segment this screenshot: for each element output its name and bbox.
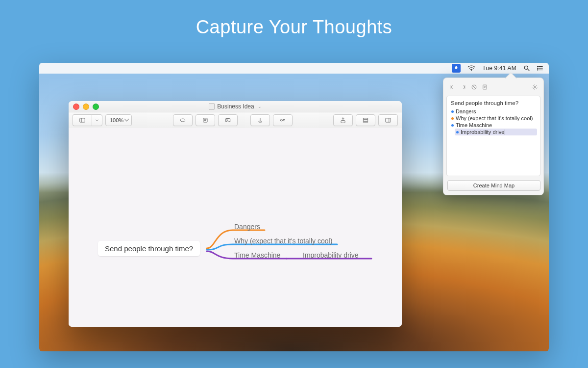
link-button[interactable]: [273, 114, 293, 126]
mindmap-canvas[interactable]: Send people through time? Dangers Why (e…: [69, 128, 402, 327]
sidebar-dropdown-button[interactable]: [92, 114, 102, 126]
svg-point-1: [524, 66, 528, 69]
svg-point-0: [471, 70, 472, 71]
add-image-button[interactable]: [218, 114, 238, 126]
app-window: Business Idea ⌄ 100%: [69, 101, 402, 327]
close-button[interactable]: [73, 104, 79, 110]
gear-icon[interactable]: [530, 82, 539, 92]
mindmap-node-time-machine[interactable]: Time Maschine: [234, 251, 280, 259]
svg-point-16: [226, 120, 227, 121]
add-node-button[interactable]: [173, 114, 193, 126]
svg-line-2: [528, 69, 530, 71]
menubar-clock[interactable]: Tue 9:41 AM: [482, 65, 516, 72]
svg-rect-25: [386, 118, 391, 122]
window-traffic-lights: [73, 104, 99, 110]
svg-rect-22: [363, 118, 368, 119]
svg-line-31: [472, 85, 475, 88]
spotlight-search-icon[interactable]: [523, 65, 530, 72]
svg-rect-9: [80, 118, 85, 122]
clear-icon[interactable]: [469, 82, 479, 92]
svg-rect-32: [483, 85, 487, 89]
mindmap-node-why[interactable]: Why (expect that it's totally cool): [234, 237, 332, 245]
outline-root[interactable]: Send people through time?: [450, 99, 537, 108]
outline-item[interactable]: Why (expect that it's totally cool): [450, 115, 537, 122]
quick-entry-popover: Send people through time? Dangers Why (e…: [443, 78, 544, 195]
svg-rect-24: [363, 122, 368, 122]
svg-point-35: [534, 86, 535, 87]
zoom-select[interactable]: 100%: [105, 114, 132, 126]
notification-center-icon[interactable]: [537, 65, 544, 72]
sidebar-toggle-button[interactable]: [73, 114, 92, 126]
app-toolbar: 100%: [69, 112, 402, 129]
mindmap-node-dangers[interactable]: Dangers: [234, 223, 260, 231]
create-mind-map-button[interactable]: Create Mind Map: [447, 180, 540, 191]
share-button[interactable]: [333, 114, 353, 126]
inspector-toggle-button[interactable]: [378, 114, 398, 126]
macos-menubar: Tue 9:41 AM: [39, 63, 549, 74]
svg-point-11: [180, 119, 185, 122]
mindmap-root-node[interactable]: Send people through time?: [98, 241, 200, 256]
add-note-button[interactable]: [196, 114, 215, 126]
wifi-icon[interactable]: [467, 65, 475, 71]
window-titlebar[interactable]: Business Idea ⌄: [69, 101, 402, 112]
popover-outline[interactable]: Send people through time? Dangers Why (e…: [446, 96, 540, 176]
window-title-text: Business Idea: [217, 103, 254, 110]
zoom-button[interactable]: [93, 104, 99, 110]
minimize-button[interactable]: [83, 104, 89, 110]
menubar-app-icon[interactable]: [452, 64, 461, 73]
outline-toggle-button[interactable]: [356, 114, 375, 126]
outline-item[interactable]: Time Maschine: [450, 122, 537, 129]
mindmap-node-improbability[interactable]: Improbability drive: [303, 251, 359, 259]
indent-icon[interactable]: [458, 82, 468, 92]
svg-point-8: [538, 70, 538, 70]
document-icon: [209, 103, 215, 110]
chevron-down-icon[interactable]: ⌄: [258, 104, 262, 109]
outdent-icon[interactable]: [447, 82, 457, 92]
hero-title: Capture Your Thoughts: [0, 0, 588, 38]
svg-rect-21: [341, 121, 345, 123]
svg-rect-17: [259, 121, 262, 122]
svg-rect-23: [363, 120, 368, 121]
window-title: Business Idea ⌄: [209, 103, 261, 110]
attach-button[interactable]: [250, 114, 270, 126]
notes-icon[interactable]: [480, 82, 490, 92]
svg-rect-12: [203, 118, 207, 122]
svg-point-6: [538, 66, 538, 67]
popover-toolbar: [443, 78, 543, 96]
text-cursor: [505, 130, 505, 135]
outline-item-selected[interactable]: Improbability drive: [455, 129, 537, 135]
svg-point-7: [538, 68, 538, 68]
outline-item[interactable]: Dangers: [450, 108, 537, 115]
desktop-stage: Tue 9:41 AM Business Idea ⌄: [39, 63, 549, 351]
